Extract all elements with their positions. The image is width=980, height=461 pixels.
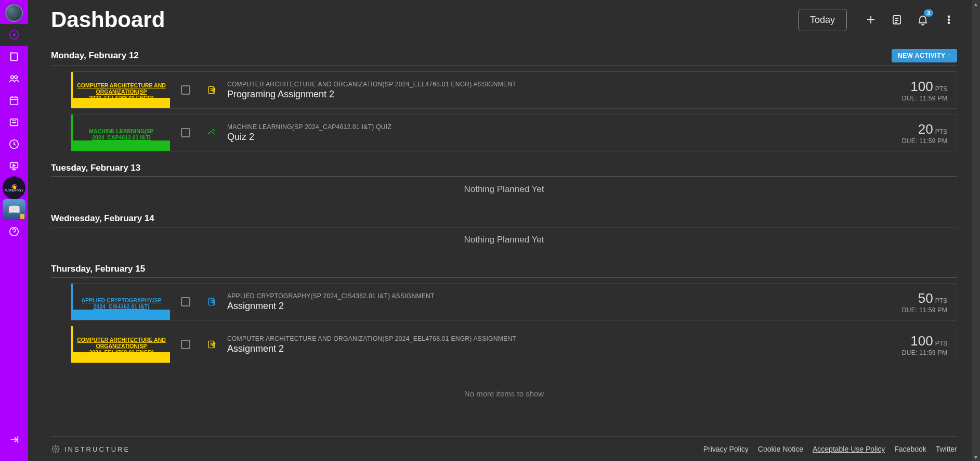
sidebar-library[interactable]: 📖	[0, 199, 28, 221]
course-link[interactable]: APPLIED CRYPTOGRAPHY(SP 2024_CIS4362.01 …	[71, 284, 170, 320]
footer-brand[interactable]: INSTRUCTURE	[51, 444, 130, 454]
course-short-label: MACHINE LEARNING(SP 2024_CAP4612.01 I&T)	[76, 128, 167, 140]
footer-link[interactable]: Cookie Notice	[758, 445, 803, 453]
planner-content: Monday, February 12NEW ACTIVITY ↑COMPUTE…	[28, 37, 980, 437]
svg-point-19	[55, 452, 56, 453]
course-color-bar	[73, 310, 170, 320]
item-title-link[interactable]: Quiz 2	[227, 132, 887, 143]
svg-point-25	[57, 451, 58, 452]
item-title-link[interactable]: Assignment 2	[227, 343, 887, 354]
footer-links: Privacy PolicyCookie NoticeAcceptable Us…	[703, 445, 957, 453]
points-value: 100	[910, 79, 933, 95]
quiz-icon	[201, 114, 222, 151]
people-icon	[8, 73, 20, 84]
points-value: 20	[918, 121, 933, 137]
scrollbar[interactable]: ▲ ▼	[972, 0, 980, 461]
assignment-icon	[201, 72, 222, 108]
sidebar-groups[interactable]	[0, 68, 28, 89]
header: Dashboard Today 3	[28, 0, 980, 37]
day-header: Wednesday, February 14	[51, 209, 957, 227]
complete-checkbox[interactable]	[181, 128, 190, 137]
item-meta: 50PTSDUE: 11:59 PM	[893, 284, 957, 320]
notifications-button[interactable]: 3	[911, 8, 934, 31]
help-icon	[8, 226, 20, 237]
sidebar-school-logo[interactable]: 👋 FLORIDA POLY	[0, 177, 28, 199]
svg-point-21	[58, 449, 59, 450]
course-link[interactable]: COMPUTER ARCHITECTURE AND ORGANIZATION(S…	[71, 72, 170, 108]
clock-icon	[8, 138, 20, 150]
assignment-icon	[201, 284, 222, 320]
planner-item: COMPUTER ARCHITECTURE AND ORGANIZATION(S…	[71, 71, 957, 109]
footer-link[interactable]: Facebook	[894, 445, 926, 453]
sidebar-account[interactable]	[0, 2, 28, 24]
course-link[interactable]: MACHINE LEARNING(SP 2024_CAP4612.01 I&T)	[71, 114, 170, 151]
sidebar-dashboard[interactable]	[0, 24, 28, 46]
complete-checkbox[interactable]	[181, 297, 190, 306]
grades-button[interactable]	[885, 8, 908, 31]
item-course-line: COMPUTER ARCHITECTURE AND ORGANIZATION(S…	[227, 335, 887, 342]
footer-link[interactable]: Acceptable Use Policy	[813, 445, 885, 453]
svg-point-12	[948, 22, 950, 24]
new-activity-button[interactable]: NEW ACTIVITY ↑	[892, 49, 957, 62]
sidebar-help[interactable]	[0, 221, 28, 242]
item-course-line: APPLIED CRYPTOGRAPHY(SP 2024_CIS4362.01 …	[227, 292, 887, 300]
svg-point-1	[14, 34, 15, 36]
item-title-link[interactable]: Programing Assignment 2	[227, 89, 887, 100]
item-course-line: COMPUTER ARCHITECTURE AND ORGANIZATION(S…	[227, 81, 887, 88]
complete-checkbox[interactable]	[181, 340, 190, 349]
item-body: APPLIED CRYPTOGRAPHY(SP 2024_CIS4362.01 …	[222, 284, 893, 320]
day-header: Thursday, February 15	[51, 260, 957, 278]
plus-icon	[865, 14, 877, 26]
avatar-icon	[5, 4, 23, 22]
sidebar-calendar[interactable]	[0, 89, 28, 111]
scroll-up-icon[interactable]: ▲	[972, 0, 980, 8]
item-check-cell	[170, 326, 201, 363]
item-check-cell	[170, 284, 201, 320]
sidebar-history[interactable]	[0, 133, 28, 155]
course-link[interactable]: COMPUTER ARCHITECTURE AND ORGANIZATION(S…	[71, 326, 170, 363]
svg-point-18	[55, 445, 56, 446]
due-label: DUE: 11:59 PM	[902, 306, 947, 314]
sidebar-courses[interactable]	[0, 46, 28, 68]
scroll-down-icon[interactable]: ▼	[972, 453, 980, 461]
svg-point-17	[55, 448, 57, 451]
assignment-icon	[201, 326, 222, 363]
svg-point-23	[57, 446, 58, 447]
complete-checkbox[interactable]	[181, 85, 190, 95]
svg-point-24	[53, 451, 54, 452]
item-title-link[interactable]: Assignment 2	[227, 301, 887, 312]
svg-point-2	[11, 76, 14, 79]
instructure-icon	[51, 444, 60, 454]
day-header: Monday, February 12NEW ACTIVITY ↑	[51, 45, 957, 66]
day-label: Monday, February 12	[51, 50, 139, 61]
svg-rect-16	[208, 341, 214, 348]
empty-message: Nothing Planned Yet	[51, 227, 957, 252]
item-course-line: MACHINE LEARNING(SP 2024_CAP4612.01 I&T)…	[227, 123, 887, 131]
footer-link[interactable]: Privacy Policy	[703, 445, 749, 453]
add-button[interactable]	[859, 8, 882, 31]
sidebar-studio[interactable]	[0, 155, 28, 177]
sidebar-expand[interactable]	[0, 429, 28, 451]
due-label: DUE: 11:59 PM	[902, 137, 947, 145]
footer: INSTRUCTURE Privacy PolicyCookie NoticeA…	[51, 437, 957, 461]
footer-link[interactable]: Twitter	[936, 445, 957, 453]
day-label: Tuesday, February 13	[51, 163, 140, 173]
svg-point-11	[948, 19, 950, 21]
more-button[interactable]	[937, 8, 960, 31]
calendar-icon	[8, 95, 20, 106]
planner-item: COMPUTER ARCHITECTURE AND ORGANIZATION(S…	[71, 326, 957, 363]
svg-point-22	[53, 446, 54, 447]
day-header: Tuesday, February 13	[51, 159, 957, 177]
more-vertical-icon	[943, 14, 955, 26]
item-body: COMPUTER ARCHITECTURE AND ORGANIZATION(S…	[222, 72, 893, 108]
library-icon: 📖	[3, 199, 25, 220]
due-label: DUE: 11:59 PM	[902, 349, 947, 356]
notification-badge: 3	[924, 9, 933, 17]
points-value: 100	[910, 333, 933, 349]
today-button[interactable]: Today	[798, 9, 847, 31]
sidebar-inbox[interactable]	[0, 111, 28, 133]
points-label: PTS	[935, 297, 947, 304]
svg-rect-4	[10, 97, 18, 105]
points-label: PTS	[935, 128, 947, 135]
svg-point-10	[948, 16, 950, 18]
